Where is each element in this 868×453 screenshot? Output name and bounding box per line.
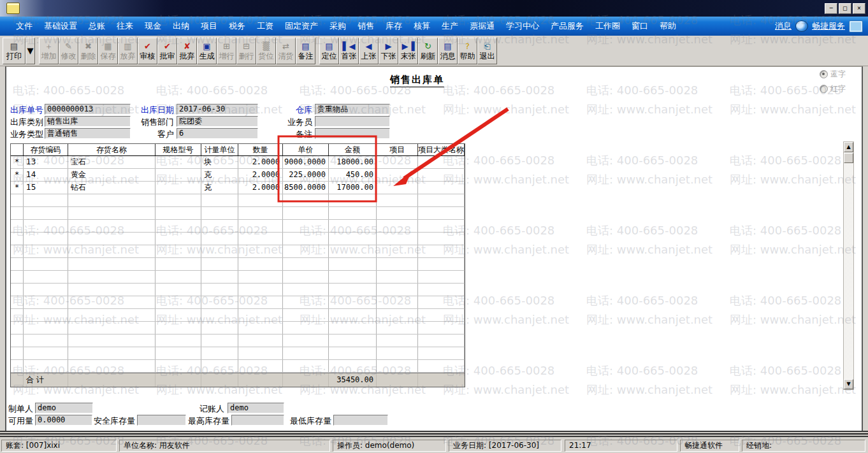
grid-cell-qty[interactable] <box>238 220 283 232</box>
grid-cell-qty[interactable] <box>238 258 283 270</box>
field-input-salesman[interactable] <box>315 116 390 127</box>
grid-cell-spec[interactable] <box>156 220 201 232</box>
scroll-thumb[interactable] <box>844 153 853 163</box>
grid-cell-spec[interactable] <box>156 334 201 347</box>
menu-item-出纳[interactable]: 出纳 <box>167 18 195 34</box>
grid-cell-code[interactable] <box>24 233 68 245</box>
menu-item-税务[interactable]: 税务 <box>223 18 251 34</box>
grid-cell-unit[interactable] <box>201 296 238 308</box>
toolbar-button-clear-goods[interactable]: ⇄清货 <box>276 38 296 64</box>
grid-cell-price[interactable]: 8500.0000 <box>283 182 329 194</box>
menu-item-往来[interactable]: 往来 <box>111 18 139 34</box>
grid-cell-amount[interactable] <box>329 296 377 308</box>
grid-cell-code[interactable] <box>24 271 68 283</box>
grid-cell-mark[interactable] <box>11 271 24 283</box>
grid-cell-project[interactable] <box>377 207 418 219</box>
close-button[interactable]: × <box>853 3 865 14</box>
toolbar-button-print-dropdown[interactable]: ▼ <box>25 38 35 64</box>
grid-cell-project_class[interactable] <box>418 360 465 372</box>
grid-cell-name[interactable]: 黄金 <box>68 169 156 181</box>
toolbar-button-save[interactable]: ▦保存 <box>98 38 118 64</box>
grid-cell-unit[interactable] <box>201 207 238 219</box>
grid-cell-unit[interactable] <box>201 309 238 321</box>
grid-cell-unit[interactable]: 克 <box>201 182 238 194</box>
toolbar-button-add-row[interactable]: ⊞增行 <box>217 38 236 64</box>
grid-cell-amount[interactable] <box>329 233 377 245</box>
grid-cell-unit[interactable] <box>201 194 238 206</box>
grid-cell-mark[interactable]: * <box>11 156 24 168</box>
grid-cell-spec[interactable] <box>156 322 201 334</box>
menu-item-固定资产[interactable]: 固定资产 <box>279 18 324 34</box>
grid-cell-price[interactable] <box>283 309 329 321</box>
menu-item-总账[interactable]: 总账 <box>83 18 111 34</box>
menu-item-工作圈[interactable]: 工作圈 <box>590 18 626 34</box>
grid-cell-price[interactable] <box>283 347 329 359</box>
grid-cell-price[interactable] <box>283 207 329 219</box>
grid-cell-spec[interactable] <box>156 194 201 206</box>
grid-cell-price[interactable] <box>283 194 329 206</box>
toolbar-button-last[interactable]: ▶▐末张 <box>398 38 418 64</box>
footer-input-creator[interactable]: demo <box>35 403 93 413</box>
field-input-customer[interactable]: 6 <box>177 128 258 139</box>
grid-cell-project_class[interactable] <box>418 322 465 334</box>
grid-cell-code[interactable] <box>24 360 68 372</box>
toolbar-button-exit[interactable]: ⎗退出 <box>477 38 497 64</box>
toolbar-button-delete[interactable]: ✖删除 <box>78 38 98 64</box>
grid-cell-unit[interactable]: 块 <box>201 156 238 168</box>
grid-cell-unit[interactable] <box>201 233 238 245</box>
grid-cell-code[interactable] <box>24 284 68 296</box>
message-cloud-icon[interactable] <box>795 20 808 32</box>
grid-cell-spec[interactable] <box>156 271 201 283</box>
grid-cell-qty[interactable] <box>238 347 283 359</box>
grid-cell-price[interactable] <box>283 258 329 270</box>
restore-button[interactable]: □ <box>839 3 851 14</box>
footer-input-min-stock[interactable] <box>333 415 388 426</box>
grid-cell-code[interactable]: 15 <box>24 182 68 194</box>
grid-cell-name[interactable] <box>68 271 156 283</box>
grid-cell-unit[interactable] <box>201 258 238 270</box>
grid-cell-qty[interactable]: 2.0000 <box>238 169 283 181</box>
toolbar-button-delete-row[interactable]: ⊟删行 <box>236 38 256 64</box>
grid-cell-mark[interactable]: * <box>11 182 24 194</box>
toolbar-button-next[interactable]: ▶下张 <box>379 38 398 64</box>
grid-cell-project_class[interactable] <box>418 296 465 308</box>
grid-cell-qty[interactable] <box>238 271 283 283</box>
grid-cell-name[interactable] <box>68 309 156 321</box>
grid-cell-amount[interactable]: 450.00 <box>329 169 377 181</box>
menu-item-帮助[interactable]: 帮助 <box>654 18 682 34</box>
grid-cell-project_class[interactable] <box>418 347 465 359</box>
grid-cell-project[interactable] <box>377 194 418 206</box>
toolbar-button-batch-audit[interactable]: ✔批审 <box>157 38 177 64</box>
grid-cell-mark[interactable] <box>11 334 24 347</box>
grid-cell-project[interactable] <box>377 322 418 334</box>
grid-cell-amount[interactable] <box>329 245 377 257</box>
toolbar-button-help[interactable]: ?帮助 <box>458 38 477 64</box>
field-input-sales-dept[interactable]: 院团委 <box>177 116 258 127</box>
grid-cell-price[interactable] <box>283 245 329 257</box>
grid-cell-mark[interactable]: * <box>11 169 24 181</box>
grid-cell-code[interactable]: 13 <box>24 156 68 168</box>
toolbar-button-locate[interactable]: ▤定位 <box>319 38 339 64</box>
menu-item-销售[interactable]: 销售 <box>352 18 380 34</box>
toolbar-button-print[interactable]: ▤打印 <box>3 38 25 64</box>
toolbar-button-message[interactable]: ▤消息 <box>438 38 458 64</box>
menu-item-窗口[interactable]: 窗口 <box>626 18 654 34</box>
grid-cell-amount[interactable] <box>329 271 377 283</box>
minimize-button[interactable]: − <box>825 3 837 14</box>
grid-cell-mark[interactable] <box>11 233 24 245</box>
menu-item-采购[interactable]: 采购 <box>324 18 352 34</box>
grid-cell-price[interactable] <box>283 296 329 308</box>
grid-cell-project[interactable] <box>377 360 418 372</box>
grid-cell-name[interactable] <box>68 220 156 232</box>
toolbar-button-note[interactable]: ▤备注 <box>296 38 315 64</box>
grid-cell-name[interactable] <box>68 284 156 296</box>
grid-cell-mark[interactable] <box>11 284 24 296</box>
menu-item-生产[interactable]: 生产 <box>436 18 464 34</box>
grid-cell-unit[interactable] <box>201 334 238 347</box>
grid-cell-project[interactable] <box>377 334 418 347</box>
grid-cell-spec[interactable] <box>156 169 201 181</box>
grid-cell-code[interactable] <box>24 309 68 321</box>
grid-cell-unit[interactable] <box>201 220 238 232</box>
grid-cell-spec[interactable] <box>156 156 201 168</box>
grid-cell-name[interactable] <box>68 334 156 347</box>
